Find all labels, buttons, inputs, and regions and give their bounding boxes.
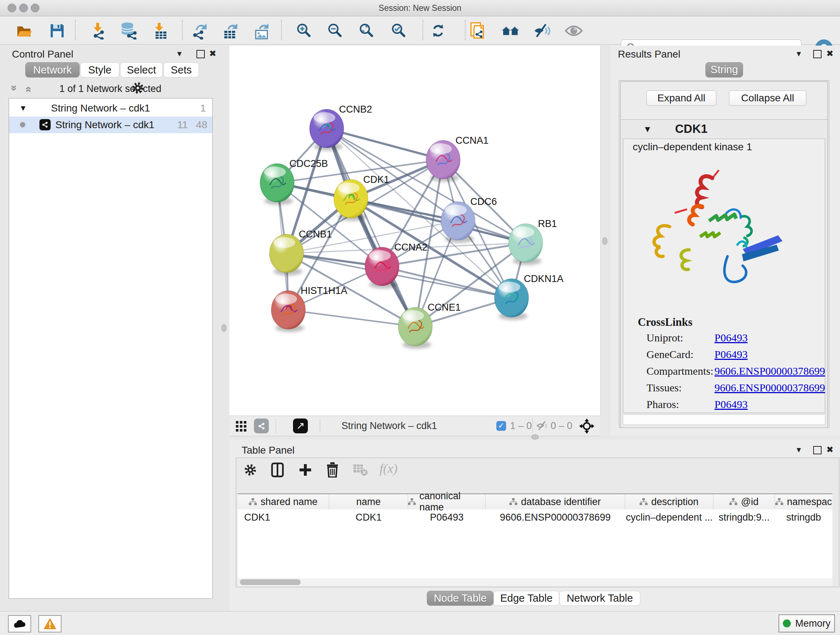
memory-button[interactable]: Memory [778, 614, 835, 632]
column-header-name[interactable]: name [329, 494, 408, 509]
hidden-eye-icon[interactable] [536, 421, 549, 432]
network-canvas[interactable]: CCNB2CCNA1CDC25BCDK1CDC6RB1CCNB1CCNA2CDK… [229, 46, 600, 416]
cell-id[interactable]: stringdb:9... [714, 509, 775, 525]
crosslink-link[interactable]: P06493 [714, 348, 748, 361]
gene-section: ▼ CDK1 cyclin–dependent kinase 1 [621, 119, 828, 428]
network-node-rb1[interactable]: RB1 [508, 218, 557, 265]
float-panel-icon[interactable] [813, 50, 821, 60]
tab-edge-table[interactable]: Edge Table [493, 591, 559, 606]
show-all-button[interactable] [564, 21, 583, 40]
cloud-status-button[interactable] [8, 615, 31, 632]
tab-sets[interactable]: Sets [164, 62, 199, 78]
network-row-selected[interactable]: String Network – cdk1 11 48 [9, 117, 212, 133]
float-panel-icon[interactable] [196, 50, 205, 60]
delete-column-trash-icon[interactable] [326, 462, 339, 479]
crosslink-label: Tissues: [646, 382, 682, 394]
table-hscrollbar-thumb[interactable] [240, 579, 301, 585]
gene-description: cyclin–dependent kinase 1 [633, 141, 752, 153]
column-header-id[interactable]: @id [714, 494, 775, 509]
crosslink-link[interactable]: 9606.ENSP00000378699 [714, 365, 825, 377]
import-network-from-database-button[interactable] [119, 21, 138, 40]
panel-menu-icon[interactable]: ▾ [797, 49, 801, 59]
left-splitter-handle[interactable] [221, 325, 226, 332]
network-status-dot [20, 122, 25, 127]
export-table-button[interactable] [221, 21, 240, 40]
crosslink-label: Pharos: [646, 398, 679, 410]
results-scrollbar-track[interactable] [623, 415, 825, 424]
network-view-toolbar: ↗ String Network – cdk1 ✓ 1 – 0 0 – 0 [229, 416, 600, 436]
delete-table-icon-disabled [353, 464, 368, 478]
collection-expand-icon[interactable]: ▼ [19, 100, 27, 117]
open-session-button[interactable] [15, 21, 34, 40]
fit-content-button[interactable] [357, 21, 376, 40]
control-panel-title: Control Panel [12, 49, 73, 60]
apply-layout-button[interactable] [429, 21, 447, 40]
panel-menu-icon[interactable]: ▾ [797, 445, 801, 455]
tab-string[interactable]: String [706, 62, 743, 78]
network-collection-row[interactable]: ▼ String Network – cdk1 1 [9, 100, 212, 117]
close-panel-icon[interactable]: ✖ [826, 49, 834, 59]
open-in-window-button[interactable]: ↗ [293, 418, 308, 433]
tab-select[interactable]: Select [120, 62, 163, 78]
column-header-database-identifier[interactable]: database identifier [485, 494, 625, 509]
zoom-out-button[interactable] [325, 21, 344, 40]
network-node-cdc25b[interactable]: CDC25B [260, 158, 328, 205]
import-table-button[interactable] [151, 21, 170, 40]
table-hscrollbar-track[interactable] [238, 578, 832, 586]
column-header-namespace[interactable]: namespac [775, 494, 832, 509]
network-share-button[interactable] [254, 418, 269, 433]
pan-crosshair-icon[interactable] [578, 418, 595, 436]
cell-namespace[interactable]: stringdb [775, 509, 832, 525]
network-label: String Network – cdk1 [55, 117, 155, 133]
network-overview-button[interactable] [501, 21, 520, 40]
column-header-canonical-name[interactable]: canonical name [408, 494, 485, 509]
panel-menu-icon[interactable]: ▾ [177, 49, 182, 59]
close-panel-icon[interactable]: ✖ [209, 49, 216, 59]
collection-label: String Network – cdk1 [51, 100, 150, 117]
network-node-hist1h1a[interactable]: HIST1H1A [271, 285, 347, 332]
crosslink-link[interactable]: 9606.ENSP00000378699 [714, 382, 825, 394]
gene-collapse-icon[interactable]: ▼ [643, 124, 652, 134]
export-image-button[interactable] [253, 21, 271, 40]
cell-canonical-name[interactable]: P06493 [408, 509, 485, 525]
network-graph[interactable]: CCNB2CCNA1CDC25BCDK1CDC6RB1CCNB1CCNA2CDK… [229, 46, 600, 416]
birdseye-grid-icon[interactable] [236, 421, 247, 433]
bottom-splitter-handle[interactable] [531, 434, 538, 440]
network-options-gear-icon[interactable] [131, 81, 145, 96]
cell-name[interactable]: CDK1 [329, 509, 408, 525]
zoom-in-button[interactable] [294, 21, 313, 40]
warning-status-button[interactable] [38, 615, 62, 632]
selected-checkbox-icon[interactable]: ✓ [496, 421, 506, 431]
float-panel-icon[interactable] [813, 446, 821, 456]
tab-node-table[interactable]: Node Table [427, 591, 493, 606]
cell-description[interactable]: cyclin–dependent ... [625, 509, 714, 525]
function-builder-icon: f(x) [379, 461, 398, 476]
toolbar-separator [75, 20, 76, 40]
tab-style[interactable]: Style [80, 62, 119, 78]
close-panel-icon[interactable]: ✖ [826, 445, 834, 455]
column-header-shared-name[interactable]: shared name [238, 494, 329, 509]
table-gear-icon[interactable] [243, 463, 257, 478]
save-session-button[interactable] [48, 21, 66, 40]
collapse-all-button[interactable]: Collapse All [729, 90, 806, 106]
export-network-button[interactable] [190, 21, 209, 40]
zoom-selected-button[interactable] [389, 21, 408, 40]
hide-selected-button[interactable] [533, 21, 552, 40]
memory-label: Memory [795, 618, 831, 629]
cell-database-identifier[interactable]: 9606.ENSP00000378699 [485, 509, 625, 525]
column-type-icon [775, 498, 783, 505]
tab-network-table[interactable]: Network Table [559, 591, 640, 606]
import-network-button[interactable] [88, 21, 107, 40]
show-columns-icon[interactable] [271, 462, 284, 479]
right-splitter-handle[interactable] [602, 238, 607, 245]
network-node-ccnb2[interactable]: CCNB2 [309, 104, 372, 150]
expand-all-button[interactable]: Expand All [646, 90, 716, 106]
crosslink-link[interactable]: P06493 [714, 332, 748, 344]
share-documents-button[interactable] [469, 21, 488, 40]
network-node-cdkn1a[interactable]: CDKN1A [494, 273, 564, 320]
add-column-icon[interactable] [298, 463, 312, 478]
cell-shared-name[interactable]: CDK1 [238, 509, 329, 525]
column-header-description[interactable]: description [625, 494, 714, 509]
tab-network[interactable]: Network [25, 62, 80, 78]
crosslink-link[interactable]: P06493 [714, 398, 748, 410]
